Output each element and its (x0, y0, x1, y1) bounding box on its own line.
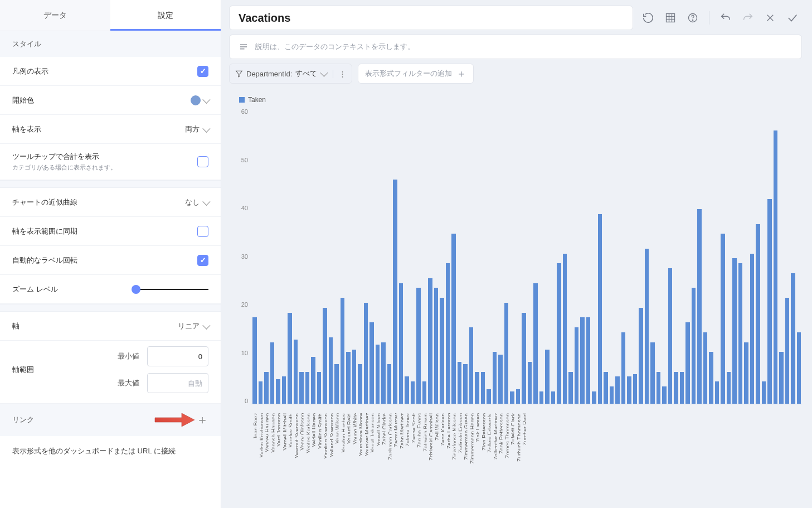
bar[interactable] (264, 372, 269, 404)
tab-data[interactable]: データ (0, 0, 110, 31)
bar[interactable] (428, 278, 432, 404)
bar[interactable] (657, 372, 661, 404)
bar[interactable] (252, 317, 257, 404)
bar[interactable] (451, 234, 456, 404)
close-icon[interactable] (764, 12, 776, 24)
bar[interactable] (650, 342, 655, 404)
add-link-button[interactable]: ＋ (196, 412, 208, 428)
bar[interactable] (381, 342, 386, 404)
add-filter-button[interactable]: 表示形式フィルターの追加 ＋ (358, 64, 474, 84)
bar[interactable] (557, 263, 561, 404)
row-tooltip-total[interactable]: ツールチップで合計を表示 カテゴリがある場合に表示されます。 (0, 144, 221, 180)
bar[interactable] (369, 322, 374, 404)
bar[interactable] (522, 313, 526, 404)
bar[interactable] (709, 352, 713, 404)
bar[interactable] (434, 288, 439, 404)
redo-icon[interactable] (742, 12, 754, 24)
row-start-color[interactable]: 開始色 (0, 86, 221, 115)
refresh-icon[interactable] (642, 12, 654, 24)
bar[interactable] (639, 308, 643, 404)
undo-icon[interactable] (719, 12, 732, 24)
row-axis-scale[interactable]: 軸 リニア (0, 312, 221, 341)
bar[interactable] (697, 209, 702, 404)
row-show-legend[interactable]: 凡例の表示 (0, 57, 221, 86)
select-show-axis[interactable]: 両方 (185, 124, 208, 134)
bar[interactable] (317, 372, 322, 404)
bar[interactable] (487, 389, 491, 404)
bar[interactable] (592, 391, 596, 404)
row-zoom-level[interactable]: ズーム レベル (0, 275, 221, 304)
checkbox-show-legend[interactable] (197, 66, 208, 77)
bar[interactable] (475, 372, 479, 404)
bar[interactable] (680, 372, 684, 404)
bar[interactable] (270, 342, 275, 404)
bar[interactable] (416, 288, 421, 404)
checkbox-auto-rotate[interactable] (197, 255, 208, 266)
help-icon[interactable] (687, 12, 699, 24)
row-auto-rotate[interactable]: 自動的なラベル回転 (0, 246, 221, 275)
start-color-picker[interactable] (191, 95, 208, 105)
bar[interactable] (493, 352, 497, 404)
slider-thumb-icon[interactable] (132, 285, 140, 294)
tab-settings[interactable]: 設定 (110, 0, 221, 31)
bar[interactable] (674, 372, 678, 404)
bar[interactable] (627, 376, 631, 404)
select-trendline[interactable]: なし (185, 197, 208, 207)
filter-department[interactable]: DepartmentId: すべて ⋮ (229, 64, 352, 84)
bar[interactable] (563, 254, 567, 404)
bar[interactable] (458, 362, 462, 404)
bar[interactable] (440, 298, 444, 404)
bar[interactable] (352, 350, 357, 404)
chart-plot-area[interactable]: 0102030405060 (231, 108, 802, 410)
bar[interactable] (346, 352, 351, 404)
bar[interactable] (329, 337, 333, 404)
bar[interactable] (393, 180, 397, 404)
bar[interactable] (305, 372, 310, 404)
bar[interactable] (376, 345, 380, 404)
bar[interactable] (311, 357, 315, 404)
bar[interactable] (685, 322, 690, 404)
bar[interactable] (767, 199, 772, 404)
row-sync-axis[interactable]: 軸を表示範囲に同期 (0, 217, 221, 246)
bar[interactable] (463, 364, 468, 404)
bar[interactable] (756, 224, 760, 404)
bar[interactable] (399, 283, 403, 404)
bar[interactable] (282, 376, 286, 404)
input-range-min[interactable] (147, 346, 208, 366)
bar[interactable] (294, 340, 298, 404)
bar[interactable] (387, 364, 392, 404)
bar[interactable] (580, 317, 585, 404)
bar[interactable] (469, 327, 474, 404)
bar[interactable] (533, 283, 538, 404)
bar[interactable] (323, 308, 327, 404)
bar[interactable] (364, 303, 368, 404)
bar[interactable] (779, 352, 784, 404)
checkbox-sync-axis[interactable] (197, 226, 208, 237)
bar[interactable] (668, 268, 673, 404)
checkbox-tooltip-total[interactable] (197, 156, 208, 167)
bar[interactable] (568, 372, 573, 404)
description-bar[interactable]: 説明は、このデータのコンテキストを示します。 (229, 35, 802, 59)
input-range-max[interactable] (147, 373, 208, 393)
row-trendline[interactable]: チャートの近似曲線 なし (0, 188, 221, 217)
bar[interactable] (510, 391, 514, 404)
bar[interactable] (621, 332, 626, 404)
bar[interactable] (288, 313, 292, 404)
bar[interactable] (259, 381, 263, 404)
bar[interactable] (545, 350, 550, 404)
bar[interactable] (785, 298, 790, 404)
bar[interactable] (498, 355, 503, 404)
bar[interactable] (358, 364, 362, 404)
bar[interactable] (732, 258, 737, 404)
row-show-axis[interactable]: 軸を表示 両方 (0, 115, 221, 144)
bar[interactable] (774, 130, 778, 404)
bar[interactable] (405, 376, 409, 404)
confirm-icon[interactable] (786, 12, 799, 24)
bar[interactable] (586, 317, 591, 404)
bar[interactable] (604, 372, 608, 404)
bar[interactable] (727, 372, 731, 404)
bar[interactable] (633, 374, 638, 404)
bar[interactable] (446, 263, 450, 404)
bar[interactable] (341, 298, 345, 404)
bar[interactable] (276, 379, 280, 404)
